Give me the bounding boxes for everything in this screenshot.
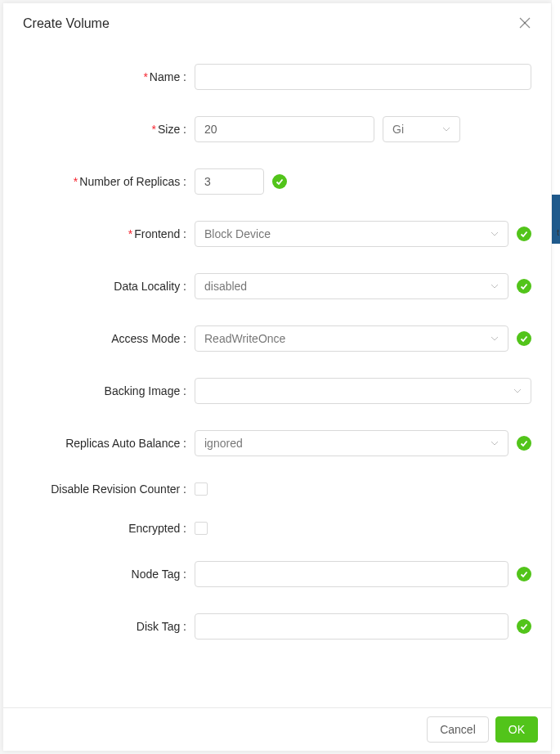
row-disk-tag: Disk Tag xyxy=(23,613,531,640)
chevron-down-icon xyxy=(491,439,499,447)
check-icon xyxy=(517,227,531,241)
row-node-tag: Node Tag xyxy=(23,561,531,587)
label-frontend: *Frontend xyxy=(23,227,186,240)
auto-balance-value: ignored xyxy=(204,437,243,450)
access-mode-value: ReadWriteOnce xyxy=(204,332,285,345)
chevron-down-icon xyxy=(491,230,499,238)
ok-button[interactable]: OK xyxy=(495,716,538,743)
label-replicas: *Number of Replicas xyxy=(23,175,186,188)
close-button[interactable] xyxy=(518,17,531,30)
chevron-down-icon xyxy=(491,282,499,290)
label-disk-tag: Disk Tag xyxy=(23,620,186,633)
close-icon xyxy=(519,17,531,29)
label-name: *Name xyxy=(23,70,186,83)
label-size: *Size xyxy=(23,123,186,136)
label-disable-rev-counter: Disable Revision Counter xyxy=(23,482,186,496)
row-encrypted: Encrypted xyxy=(23,522,531,535)
node-tag-select[interactable] xyxy=(195,561,508,587)
check-icon xyxy=(517,619,531,634)
name-input[interactable] xyxy=(195,64,531,90)
encrypted-checkbox[interactable] xyxy=(195,522,208,535)
replicas-input[interactable] xyxy=(195,168,264,195)
obscured-background-letter: t xyxy=(557,227,559,237)
create-volume-modal: Create Volume *Name *Size Gi * xyxy=(3,3,551,751)
check-icon xyxy=(517,279,531,294)
data-locality-value: disabled xyxy=(204,280,247,293)
data-locality-select[interactable]: disabled xyxy=(195,273,508,299)
check-icon xyxy=(272,174,287,189)
auto-balance-select[interactable]: ignored xyxy=(195,430,508,456)
label-auto-balance: Replicas Auto Balance xyxy=(23,437,186,450)
chevron-down-icon xyxy=(442,125,450,133)
frontend-select[interactable]: Block Device xyxy=(195,221,508,247)
modal-body: *Name *Size Gi *Number of Replicas xyxy=(3,44,551,707)
obscured-background xyxy=(552,0,560,754)
check-icon xyxy=(517,567,531,581)
chevron-down-icon xyxy=(491,334,499,343)
check-icon xyxy=(517,331,531,346)
disk-tag-select[interactable] xyxy=(195,613,508,640)
label-data-locality: Data Locality xyxy=(23,280,186,293)
modal-header: Create Volume xyxy=(3,3,551,44)
access-mode-select[interactable]: ReadWriteOnce xyxy=(195,325,508,352)
cancel-button[interactable]: Cancel xyxy=(427,716,489,743)
row-size: *Size Gi xyxy=(23,116,531,142)
label-encrypted: Encrypted xyxy=(23,522,186,535)
disable-rev-counter-checkbox[interactable] xyxy=(195,482,208,496)
chevron-down-icon xyxy=(513,387,522,395)
backing-image-select[interactable] xyxy=(195,378,531,404)
row-access-mode: Access Mode ReadWriteOnce xyxy=(23,325,531,352)
row-backing-image: Backing Image xyxy=(23,378,531,404)
size-unit-value: Gi xyxy=(392,123,404,136)
modal-footer: Cancel OK xyxy=(3,707,551,751)
row-disable-rev-counter: Disable Revision Counter xyxy=(23,482,531,496)
row-frontend: *Frontend Block Device xyxy=(23,221,531,247)
row-auto-balance: Replicas Auto Balance ignored xyxy=(23,430,531,456)
label-backing-image: Backing Image xyxy=(23,384,186,397)
modal-title: Create Volume xyxy=(23,16,110,31)
size-unit-select[interactable]: Gi xyxy=(383,116,460,142)
size-input[interactable] xyxy=(195,116,374,142)
label-node-tag: Node Tag xyxy=(23,568,186,581)
row-name: *Name xyxy=(23,64,531,90)
label-access-mode: Access Mode xyxy=(23,332,186,345)
row-replicas: *Number of Replicas xyxy=(23,168,531,195)
row-data-locality: Data Locality disabled xyxy=(23,273,531,299)
check-icon xyxy=(517,436,531,451)
frontend-value: Block Device xyxy=(204,227,271,240)
